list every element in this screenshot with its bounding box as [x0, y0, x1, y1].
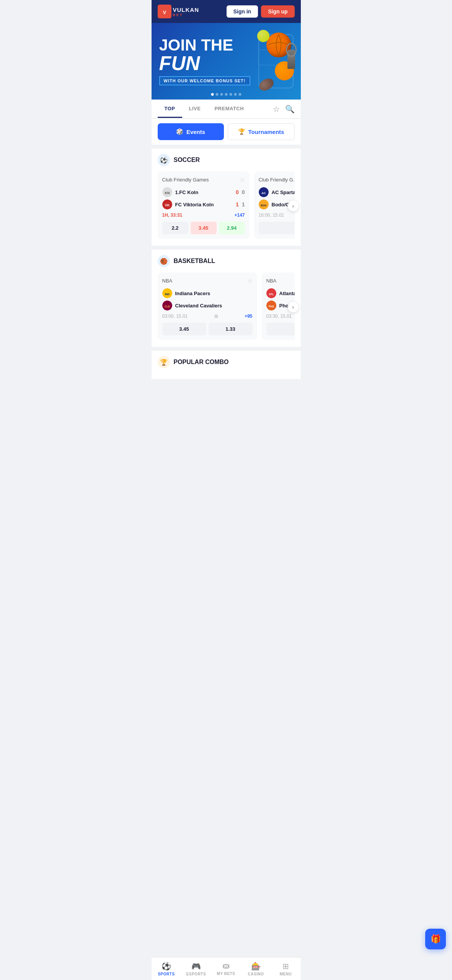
logo-icon: V [158, 5, 171, 18]
basketball-card-1[interactable]: NBA ☆ IND Indiana Pacers [158, 273, 257, 340]
signin-button[interactable]: Sign in [227, 5, 258, 18]
teams-1: KN 1.FC Koln 0 0 VK [162, 187, 245, 209]
bball-odd-1-1[interactable]: 3.45 [162, 323, 206, 335]
header: V VULKAN BET Sign in Sign up [152, 0, 301, 23]
nba-label-2: NBA [266, 278, 277, 284]
hawks-name: Atlanta Ha... [279, 291, 295, 296]
combo-header: 🏆 POPULAR COMBO [158, 356, 295, 368]
logo: V VULKAN BET [158, 5, 199, 18]
soccer-cards-scroll[interactable]: Club Friendly Games ☆ KN 1.FC Koln 0 [158, 172, 295, 240]
banner-line1: JOIN THE [159, 37, 250, 53]
bball-stats-icon: ⊞ [214, 314, 218, 319]
team-row-3: AC AC Sparta... [259, 187, 295, 197]
bball-odds-1: 3.45 1.33 [162, 323, 253, 335]
favorite-star-1[interactable]: ☆ [240, 176, 245, 183]
suns-logo: PHX [266, 301, 276, 310]
team-info-3: AC AC Sparta... [259, 187, 295, 197]
cavaliers-logo: CLE [162, 301, 172, 310]
banner-dots [211, 93, 241, 96]
bball-league-2: NBA ☆ [266, 277, 295, 284]
basketball-cards-scroll[interactable]: NBA ☆ IND Indiana Pacers [158, 273, 295, 341]
svg-text:V: V [163, 10, 166, 15]
banner-subtitle: WITH OUR WELCOME BONUS SET! [159, 76, 250, 85]
card-league-2: Club Friendly G... ☆ [259, 176, 295, 183]
odds-row-1: 2.2 3.45 2.94 [162, 222, 245, 234]
odd-btn-2-1[interactable]: 2.13 [259, 222, 295, 234]
bball-league-1: NBA ☆ [162, 277, 253, 284]
pacers-name: Indiana Pacers [175, 291, 210, 296]
bball-teams-1: IND Indiana Pacers CLE Cleveland Cavalie… [162, 288, 253, 310]
score-viktoria-2: 1 [242, 201, 245, 207]
team-logo-koln: KN [162, 187, 172, 197]
dot-2[interactable] [215, 93, 218, 96]
logo-name: VULKAN [173, 7, 199, 13]
basketball-header: 🏀 BASKETBALL [158, 255, 295, 267]
bball-time-2: 03:30, 15.01 [266, 314, 295, 319]
soccer-title: SOCCER [174, 157, 200, 163]
dot-6[interactable] [234, 93, 237, 96]
banner-text: JOIN THE FUN WITH OUR WELCOME BONUS SET! [159, 37, 250, 85]
favorites-icon[interactable]: ☆ [273, 105, 280, 114]
basketball-scroll-arrow[interactable]: › [288, 302, 299, 312]
bball-row-3: ATL Atlanta Ha... [266, 288, 295, 298]
basketball-icon: 🏀 [158, 255, 170, 267]
combo-icon: 🏆 [158, 356, 170, 368]
tab-top[interactable]: TOP [158, 100, 182, 118]
soccer-card-1[interactable]: Club Friendly Games ☆ KN 1.FC Koln 0 [158, 172, 250, 239]
score-koln: 0 0 [236, 189, 245, 195]
tab-prematch[interactable]: PREMATCH [207, 100, 251, 118]
soccer-icon: ⚽ [158, 154, 170, 166]
pacers-logo: IND [162, 288, 172, 298]
svg-text:CLE: CLE [165, 305, 170, 308]
signup-button[interactable]: Sign up [261, 5, 294, 18]
bball-time-1: 03:00, 15.01 ⊞ +95 [162, 314, 253, 319]
soccer-section: ⚽ SOCCER Club Friendly Games ☆ KN 1.FC [152, 149, 301, 246]
card-league-1: Club Friendly Games ☆ [162, 176, 245, 183]
score-koln-1: 0 [236, 189, 239, 195]
svg-text:KN: KN [165, 191, 170, 195]
racket [287, 50, 295, 69]
odds-row-2: 2.13 [259, 222, 295, 234]
basketball-title: BASKETBALL [174, 258, 215, 265]
bball-row-2: CLE Cleveland Cavaliers [162, 301, 253, 310]
score-koln-2: 0 [242, 189, 245, 195]
team-logo-bodo: BGK [259, 199, 269, 209]
match-time-2: 16:00, 15.01 [259, 212, 295, 218]
odd-btn-1-1[interactable]: 2.2 [162, 222, 188, 234]
logo-bet: BET [173, 13, 199, 17]
bball-odd-1-2[interactable]: 1.33 [209, 323, 253, 335]
tournaments-button[interactable]: 🏆 Tournaments [228, 123, 295, 140]
team-info-1: KN 1.FC Koln [162, 187, 199, 197]
soccer-scroll-arrow[interactable]: › [288, 201, 299, 211]
cavaliers-name: Cleveland Cavaliers [175, 303, 222, 309]
bball-fav-1[interactable]: ☆ [247, 277, 253, 284]
banner: JOIN THE FUN WITH OUR WELCOME BONUS SET! [152, 23, 301, 100]
team-name-viktoria: FC Viktoria Koln [175, 202, 214, 207]
events-label: Events [186, 129, 205, 135]
more-bets-1[interactable]: +147 [234, 212, 245, 218]
bball-odds-2: 2.6 [266, 323, 295, 335]
match-time-2-val: 16:00, 15.01 [259, 212, 284, 218]
dot-7[interactable] [238, 93, 241, 96]
search-icon[interactable]: 🔍 [285, 105, 295, 114]
score-viktoria-1: 1 [236, 201, 239, 207]
combo-title: POPULAR COMBO [174, 359, 229, 366]
dot-5[interactable] [229, 93, 232, 96]
tab-live[interactable]: LIVE [182, 100, 208, 118]
team-row-1: KN 1.FC Koln 0 0 [162, 187, 245, 197]
dot-1[interactable] [211, 93, 214, 96]
svg-text:ATL: ATL [269, 293, 274, 296]
dot-4[interactable] [225, 93, 227, 96]
tournaments-label: Tournaments [248, 129, 284, 135]
odd-btn-1-2[interactable]: 3.45 [191, 222, 217, 234]
events-button[interactable]: 🎲 Events [158, 123, 224, 140]
dot-3[interactable] [220, 93, 223, 96]
team-row-2: VK FC Viktoria Koln 1 1 [162, 199, 245, 209]
bball-odd-2-1[interactable]: 2.6 [266, 323, 295, 335]
bball-time-2-val: 03:30, 15.01 [266, 314, 292, 319]
bball-row-1: IND Indiana Pacers [162, 288, 253, 298]
soccer-header: ⚽ SOCCER [158, 154, 295, 166]
banner-line2: FUN [159, 53, 250, 73]
odd-btn-1-3[interactable]: 2.94 [219, 222, 245, 234]
bball-more-1[interactable]: +95 [245, 314, 252, 319]
